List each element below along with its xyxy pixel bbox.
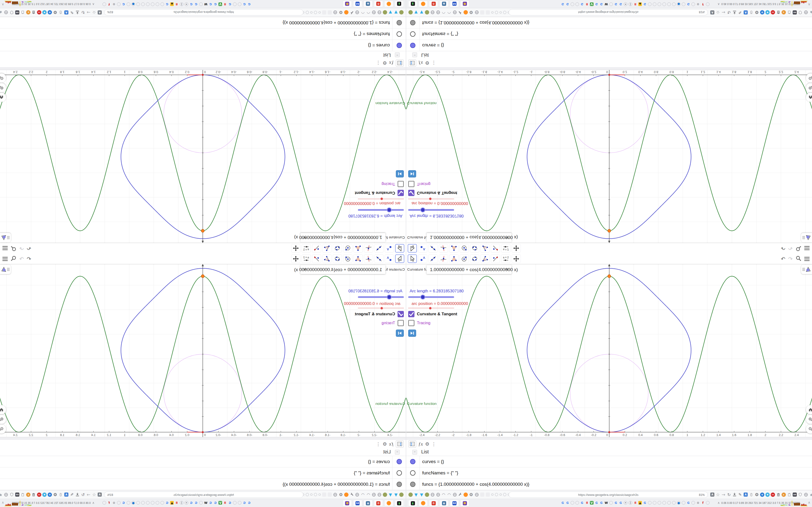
firefox-icon[interactable] [463, 493, 468, 497]
record-icon[interactable]: ICE [37, 10, 41, 15]
graphics-view[interactable]: -2.4-2.2-2-1.8-1.6-1.4-1.2-1-0.8-0.6-0.4… [0, 264, 406, 437]
settings-gear-icon[interactable]: ⚙ [383, 60, 387, 66]
zoom-in-button[interactable] [0, 83, 6, 92]
favicon-tab[interactable] [199, 501, 203, 505]
arrow-down-icon[interactable]: ▼ [42, 10, 47, 15]
tab-save64-icon[interactable]: 64 [452, 501, 457, 505]
favicon-tab[interactable]: G [643, 2, 647, 6]
visibility-marble[interactable] [397, 470, 402, 475]
favicon-tab[interactable] [575, 501, 579, 505]
algebra-row-funcs[interactable]: funcs = {1.000000000000 + cos(4.00000000… [0, 17, 406, 28]
pen-icon[interactable]: ✎ [69, 492, 74, 497]
dot-ring-icon[interactable] [314, 493, 317, 496]
polygon-tool[interactable] [449, 244, 458, 252]
polygon-tool[interactable] [354, 244, 363, 252]
tab-console-icon[interactable]: ▮ [397, 501, 401, 505]
globe-icon[interactable] [803, 10, 808, 15]
puzzle-icon[interactable] [809, 492, 812, 497]
favicon-tab[interactable] [570, 501, 574, 505]
collapse-group-button[interactable]: − [395, 52, 400, 57]
step-play-button[interactable] [408, 330, 416, 337]
arc-length-slider[interactable] [358, 209, 404, 211]
favicon-tab[interactable]: ⚙ [112, 2, 116, 6]
undo-icon[interactable]: ↶ [781, 245, 785, 251]
favicon-tab[interactable]: G [614, 2, 618, 6]
favicon-tab[interactable] [136, 2, 140, 6]
curvature-tangent-checkbox[interactable] [408, 311, 414, 317]
favicon-tab[interactable]: ▲ [170, 2, 174, 6]
favicon-tab[interactable] [141, 501, 145, 505]
favicon-tab[interactable]: G [122, 2, 125, 6]
favicon-tab[interactable]: Я [633, 2, 637, 6]
point-tool[interactable]: A [418, 255, 427, 263]
dot-ring-icon[interactable] [314, 11, 317, 14]
headset-icon[interactable]: ◠ [366, 10, 371, 15]
tab-capture[interactable]: ▣ [439, 500, 449, 507]
forward-arrow-icon[interactable]: → [86, 492, 91, 497]
fn-picker-dropdown[interactable]: 1.000000000000 + cos(4.000000000000 x) [300, 233, 386, 242]
favicon-tab[interactable]: Я [585, 501, 589, 505]
visibility-marble[interactable] [410, 470, 415, 475]
reload-icon[interactable]: ↻ [81, 10, 86, 15]
visibility-marble[interactable] [410, 20, 415, 25]
visibility-marble[interactable] [410, 32, 415, 37]
favicon-tab[interactable]: G [165, 501, 169, 505]
favicon-tab[interactable]: i [180, 501, 184, 505]
gem-icon[interactable]: ▼ [388, 10, 393, 15]
tab-firefox[interactable] [418, 0, 428, 7]
favicon-tab[interactable] [570, 2, 574, 6]
favicon-tab[interactable]: Я [585, 2, 589, 6]
fn-picker-dropdown[interactable]: 1.000000000000 + cos(4.000000000000 x) [300, 265, 386, 274]
favicon-tab[interactable]: G [566, 2, 569, 6]
globe-icon[interactable] [355, 492, 360, 497]
search-icon[interactable] [11, 256, 16, 262]
headset-icon[interactable]: ◠ [447, 10, 452, 15]
shield-icon[interactable] [798, 10, 803, 15]
plus-icon[interactable]: + [48, 10, 52, 15]
menu-icon[interactable] [2, 245, 8, 251]
arc-length-slider-knob[interactable] [387, 294, 392, 300]
tab-capture[interactable]: ▣ [363, 0, 373, 7]
visibility-marble[interactable] [397, 32, 402, 37]
graphics-view[interactable]: -2.4-2.2-2-1.8-1.6-1.4-1.2-1-0.8-0.6-0.4… [406, 264, 812, 437]
algebra-row-curves[interactable]: curves = {} [406, 456, 812, 467]
olive-dot-icon[interactable] [399, 493, 404, 497]
angle-tool[interactable]: α [322, 255, 332, 263]
menu-icon[interactable] [804, 256, 810, 262]
favicon-tab[interactable]: G [614, 501, 618, 505]
favicon-tab[interactable] [102, 501, 106, 505]
favicon-tab[interactable]: W [204, 2, 208, 6]
gem-icon[interactable]: ▼ [419, 10, 424, 15]
slider-tool[interactable]: a = 2 [501, 244, 510, 252]
arc-position-slider[interactable] [408, 199, 454, 199]
algebra-row-funcnames[interactable]: funcNames = {" "} [0, 467, 406, 479]
plus-icon[interactable]: + [760, 493, 764, 497]
angle-tool[interactable]: α [322, 244, 332, 252]
favicon-tab[interactable]: V [590, 2, 594, 6]
arc-length-slider[interactable] [408, 296, 454, 298]
favicon-tab[interactable] [648, 2, 652, 6]
olive-dot-icon[interactable] [383, 493, 387, 497]
favicon-tab[interactable]: G [595, 2, 598, 6]
favicon-tab[interactable]: V [218, 501, 222, 505]
gear-dark-icon[interactable]: ⚙ [754, 10, 759, 15]
trash-icon[interactable] [776, 10, 781, 15]
layout-panel-icon[interactable] [396, 440, 404, 448]
ghost-square-icon[interactable] [322, 10, 326, 14]
circle-tool[interactable] [460, 255, 469, 263]
dot-ring-icon[interactable] [495, 11, 498, 14]
zoom-out-button[interactable] [806, 425, 812, 434]
algebra-row-funcs[interactable]: funcs = {1.000000000000 + cos(4.00000000… [406, 17, 812, 28]
gear-icon[interactable]: ⚙ [338, 492, 343, 497]
favicon-tab[interactable]: G [209, 2, 212, 6]
compass-icon[interactable]: ▸ [781, 493, 786, 497]
tracing-checkbox[interactable] [408, 320, 414, 326]
favicon-tab[interactable]: G [190, 2, 193, 6]
ellipse-tool[interactable] [333, 244, 342, 252]
favicon-tab[interactable]: G [243, 501, 246, 505]
olive-dot-icon[interactable] [408, 493, 413, 497]
tab-console-icon[interactable]: ▮ [397, 2, 401, 6]
tab-firefox[interactable] [384, 500, 394, 507]
firefox-icon[interactable] [344, 493, 349, 497]
dot-ring-icon[interactable] [503, 493, 506, 496]
